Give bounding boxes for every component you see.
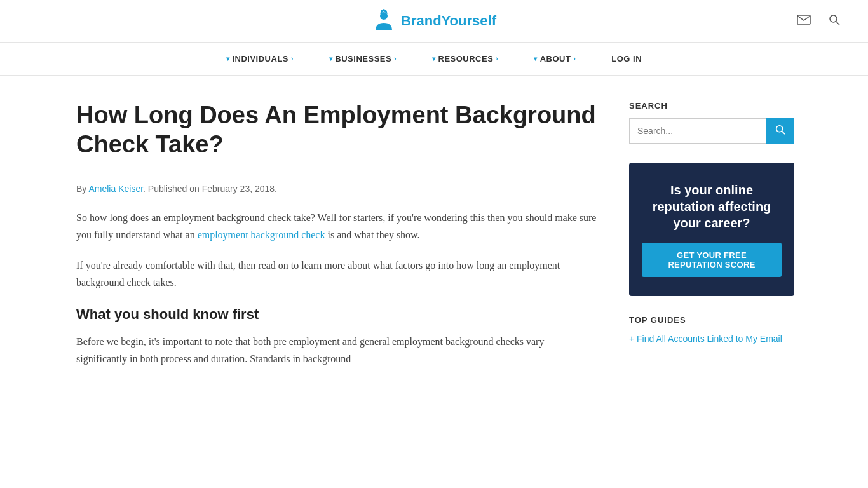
email-icon (797, 15, 811, 25)
search-icon-button[interactable] (826, 11, 843, 31)
employment-background-check-link[interactable]: employment background check (198, 229, 325, 240)
nav-label-resources: RESOURCES (438, 54, 494, 64)
nav-item-resources[interactable]: ▾ RESOURCES › (414, 43, 516, 75)
top-guides-label: TOP GUIDES (629, 315, 794, 325)
nav-chevron-resources: › (496, 55, 498, 62)
meta-by: By (76, 184, 86, 194)
section-heading: What you should know first (76, 306, 597, 323)
nav-label-about: ABOUT (540, 54, 571, 64)
logo-icon (372, 9, 396, 33)
guide-link-0[interactable]: + Find All Accounts Linked to My Email (629, 334, 794, 344)
article-paragraph-3: Before we begin, it's important to note … (76, 333, 597, 367)
main-article: How Long Does An Employment Background C… (76, 101, 597, 380)
nav-label-businesses: BUSINESSES (335, 54, 391, 64)
article-paragraph-1: So how long does an employment backgroun… (76, 209, 597, 243)
main-nav: ▾ INDIVIDUALS › ▾ BUSINESSES › ▾ RESOURC… (0, 43, 868, 76)
nav-chevron-businesses: › (394, 55, 397, 62)
svg-point-6 (776, 126, 783, 132)
nav-arrow-about: ▾ (534, 55, 538, 62)
svg-rect-3 (797, 15, 810, 24)
nav-item-individuals[interactable]: ▾ INDIVIDUALS › (208, 43, 311, 75)
article-meta: By Amelia Keiser. Published on February … (76, 184, 597, 194)
paragraph1-end: is and what they show. (325, 229, 419, 240)
logo-link[interactable]: BrandYourself (372, 9, 496, 33)
search-section-label: SEARCH (629, 101, 794, 111)
ad-banner: Is your online reputation affecting your… (629, 163, 794, 296)
search-form (629, 118, 794, 144)
logo-text: BrandYourself (401, 13, 496, 29)
page-layout: How Long Does An Employment Background C… (0, 76, 868, 405)
search-icon (829, 14, 840, 25)
meta-published: . Published on February 23, 2018. (143, 184, 277, 194)
top-guides-section: TOP GUIDES + Find All Accounts Linked to… (629, 315, 794, 344)
header-icons (794, 11, 843, 31)
nav-item-businesses[interactable]: ▾ BUSINESSES › (311, 43, 414, 75)
article-title: How Long Does An Employment Background C… (76, 101, 597, 159)
search-section: SEARCH (629, 101, 794, 144)
svg-point-4 (830, 15, 837, 22)
nav-item-login[interactable]: LOG IN (593, 43, 660, 75)
nav-arrow-businesses: ▾ (329, 55, 333, 62)
article-divider (76, 172, 597, 172)
nav-chevron-about: › (573, 55, 576, 62)
nav-item-about[interactable]: ▾ ABOUT › (516, 43, 593, 75)
ad-banner-cta-button[interactable]: GET YOUR FREE REPUTATION SCORE (642, 243, 782, 277)
search-submit-icon (775, 125, 785, 135)
sidebar: SEARCH Is your online reputation affecti… (629, 101, 794, 380)
nav-arrow-resources: ▾ (432, 55, 436, 62)
nav-label-login: LOG IN (611, 54, 642, 64)
author-link[interactable]: Amelia Keiser (88, 184, 143, 194)
search-submit-button[interactable] (766, 118, 794, 144)
svg-line-7 (782, 131, 785, 134)
nav-chevron-individuals: › (291, 55, 294, 62)
email-icon-button[interactable] (794, 12, 813, 30)
site-header: BrandYourself (0, 0, 868, 43)
nav-label-individuals: INDIVIDUALS (232, 54, 288, 64)
svg-line-5 (836, 21, 840, 25)
ad-banner-text: Is your online reputation affecting your… (642, 182, 782, 231)
nav-arrow-individuals: ▾ (226, 55, 230, 62)
search-input[interactable] (629, 118, 766, 144)
article-paragraph-2: If you're already comfortable with that,… (76, 257, 597, 291)
